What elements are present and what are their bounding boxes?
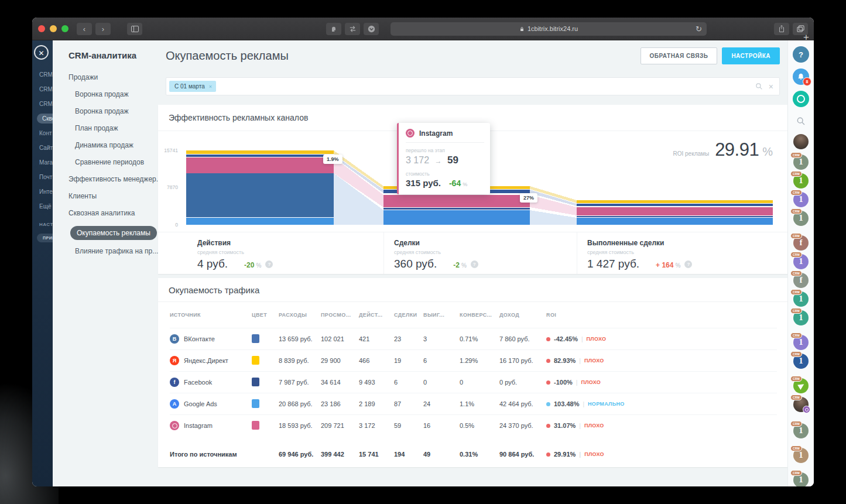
rail-search-button[interactable] [796,116,806,128]
crm-app-avatar[interactable]: 1CRM [793,354,809,369]
column-header[interactable]: ИСТОЧНИК [170,312,252,318]
menu-item[interactable]: Сравнение периодов [75,158,158,166]
zoom-window-button[interactable] [61,25,68,32]
crm-app-avatar[interactable]: 1CRM [793,192,809,207]
column-header[interactable]: ROI [546,312,777,318]
sidebar-item[interactable]: Почт [32,170,53,184]
crm-app-avatar[interactable]: 1CRM [793,292,809,307]
column-header[interactable]: ЦВЕТ [252,312,279,318]
column-header[interactable]: СДЕЛКИ [394,312,423,318]
menu-item[interactable]: Воронка продаж [75,90,158,98]
menu-item[interactable]: Влияние трафика на пр... [75,247,158,255]
funnel-bar-segment[interactable] [186,218,334,225]
funnel-bar-segment[interactable] [383,195,530,207]
close-window-button[interactable] [38,25,45,32]
filter-clear-icon[interactable]: × [769,83,773,91]
help-icon[interactable]: ? [265,260,273,268]
column-header[interactable]: РАСХОДЫ [279,312,321,318]
funnel-bar-segment[interactable] [186,150,334,154]
column-header[interactable]: ВЫИГ... [423,312,460,318]
sidebar-item[interactable]: Ещё [32,199,53,214]
вконтакте-icon: B [170,334,179,344]
funnel-bar-segment[interactable] [186,155,334,157]
funnel-bar-segment[interactable] [186,157,334,173]
viber-channel-avatar[interactable]: CRM [793,397,809,412]
menu-item[interactable]: Клиенты [68,192,158,200]
sidebar-item[interactable]: Инте [32,184,53,199]
menu-item[interactable]: Продажи [68,73,158,81]
crm-app-avatar[interactable]: fCRM [793,235,809,251]
sidebar-invite-button[interactable]: ПРИГЛ [37,234,53,242]
filter-tag-remove-icon[interactable]: × [209,84,212,90]
funnel-bar-segment[interactable] [383,210,530,225]
menu-item[interactable]: Эффективность менеджер... [68,175,158,183]
menu-item[interactable]: Сквозная аналитика [68,209,158,217]
sync-extension-button[interactable] [345,23,360,35]
support-button[interactable] [793,91,809,107]
sidebar-item[interactable]: CRM [32,67,53,82]
crm-app-avatar[interactable]: 1CRM [793,155,809,170]
notifications-button[interactable]: 8 [793,68,809,85]
funnel-bar-segment[interactable] [577,204,773,206]
close-slider-button[interactable]: ✕ [34,45,49,60]
sidebar-item[interactable]: CRM [32,82,53,97]
table-row[interactable]: fFacebook7 987 руб.34 6149 4936000 руб.-… [170,371,777,393]
minimize-window-button[interactable] [50,25,57,32]
stage-delta-unit: % [675,262,680,269]
sidebar-item[interactable]: Сайт [32,140,53,155]
help-button[interactable]: ? [793,46,809,63]
table-row[interactable]: ЯЯндекс.Директ8 839 руб.29 9004661961.29… [170,349,777,371]
menu-item[interactable]: Динамика продаж [75,141,158,149]
menu-item[interactable]: Воронка продаж [75,107,158,115]
back-button[interactable]: ‹ [77,23,92,35]
crm-app-avatar[interactable]: 1CRM [793,448,809,463]
sidebar-settings-link[interactable]: НАСТР [32,218,53,231]
funnel-bar-segment[interactable] [577,207,773,215]
forward-button[interactable]: › [95,23,111,35]
crm-app-avatar[interactable]: 1CRM [793,423,809,438]
crm-app-avatar[interactable]: 1CRM [793,173,809,188]
profile-avatar[interactable] [793,134,809,149]
funnel-bar-segment[interactable] [577,218,773,225]
search-icon[interactable] [755,83,763,90]
sidebar-item[interactable]: CRM [32,97,53,111]
sidebar-item[interactable]: Конт [32,126,53,140]
funnel-bar-segment[interactable] [577,216,773,217]
filter-search-bar[interactable]: С 01 марта × × [166,77,780,95]
table-row[interactable]: BВКонтакте13 659 руб.102 0214212330.71%7… [170,328,777,349]
settings-button[interactable]: НАСТРОЙКА [722,47,780,64]
evernote-extension-button[interactable] [326,23,341,35]
telegram-channel-avatar[interactable]: CRM [793,378,809,393]
funnel-bar-segment[interactable] [383,208,530,210]
crm-app-avatar[interactable]: fCRM [793,273,809,288]
address-bar[interactable]: 1cbitrix.bitrix24.ru ↻ [391,22,707,36]
sidebar-item[interactable]: Скво [32,111,53,126]
crm-app-avatar[interactable]: 1CRM [793,254,809,269]
crm-app-avatar[interactable]: 1CRM [793,211,809,226]
column-header[interactable]: КОНВЕРС... [460,312,499,318]
reload-button[interactable]: ↻ [696,25,702,33]
menu-item[interactable]: План продаж [75,124,158,132]
share-button[interactable] [774,23,789,35]
main-content: Окупаемость рекламы ОБРАТНАЯ СВЯЗЬ НАСТР… [158,40,787,486]
crm-app-avatar[interactable]: 1CRM [793,472,809,486]
table-row[interactable]: Instagram18 593 руб.209 7213 17259160.5%… [170,414,777,436]
table-row[interactable]: AGoogle Ads20 868 руб.23 1862 18987241.1… [170,393,777,414]
sidebar-toggle-button[interactable] [127,23,142,35]
column-header[interactable]: ДОХОД [499,312,546,318]
funnel-bar-segment[interactable] [186,173,334,217]
new-tab-button[interactable]: + [801,32,811,43]
filter-tag[interactable]: С 01 марта × [169,81,216,92]
column-header[interactable]: ПРОСМО... [321,312,359,318]
sidebar-item[interactable]: Мага [32,155,53,170]
telegram-icon [797,382,806,390]
menu-item-selected[interactable]: Окупаемость рекламы [70,226,157,240]
help-icon[interactable]: ? [684,260,692,268]
feedback-button[interactable]: ОБРАТНАЯ СВЯЗЬ [641,47,718,64]
help-icon[interactable]: ? [471,260,478,268]
crm-app-avatar[interactable]: 1CRM [793,335,809,350]
crm-app-avatar[interactable]: 1CRM [793,310,809,325]
column-header[interactable]: ДЕЙСТ... [359,312,394,318]
funnel-bar-segment[interactable] [577,200,773,203]
pocket-extension-button[interactable] [364,23,379,35]
